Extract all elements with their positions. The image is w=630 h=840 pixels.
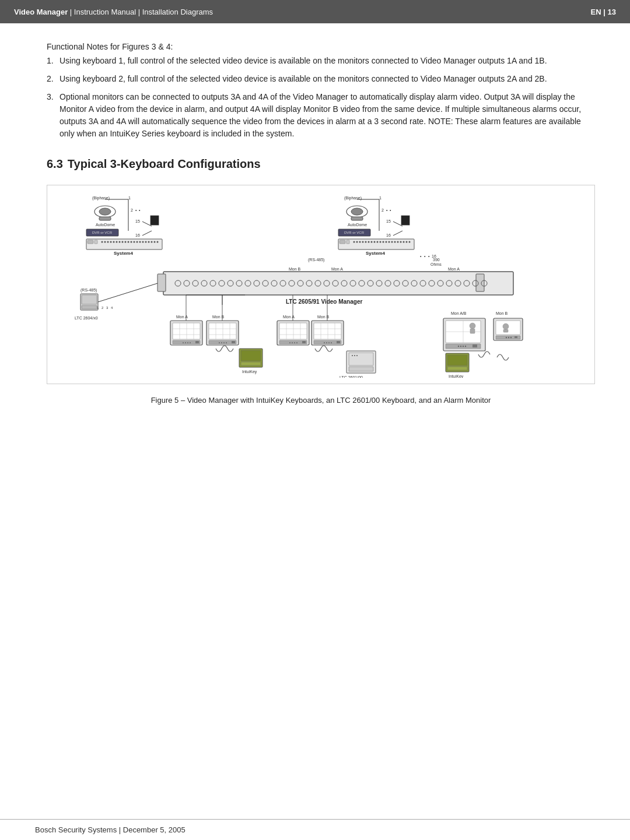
- main-content: Functional Notes for Figures 3 & 4: 1. U…: [0, 23, 630, 445]
- svg-rect-97: [476, 274, 484, 291]
- svg-point-197: [326, 342, 327, 343]
- svg-text:2: 2: [102, 306, 104, 310]
- svg-point-79: [400, 241, 402, 243]
- svg-text:IntuiKey: IntuiKey: [449, 374, 464, 378]
- svg-text:(RS-485): (RS-485): [80, 288, 97, 293]
- svg-point-170: [223, 342, 225, 343]
- svg-rect-223: [514, 336, 517, 338]
- svg-rect-213: [473, 345, 477, 347]
- svg-text:LTC 2604/x0: LTC 2604/x0: [75, 316, 98, 320]
- svg-point-71: [377, 241, 379, 243]
- svg-text:AutoDome: AutoDome: [96, 223, 115, 227]
- svg-point-235: [352, 355, 353, 356]
- svg-rect-233: [349, 353, 373, 365]
- svg-point-81: [406, 241, 408, 243]
- svg-point-211: [463, 346, 464, 347]
- list-item-text: Using keyboard 2, full control of the se…: [60, 73, 595, 85]
- svg-point-222: [510, 337, 512, 338]
- svg-point-26: [116, 241, 118, 243]
- svg-rect-46: [351, 217, 363, 220]
- header-product: Video Manager: [14, 8, 68, 16]
- svg-point-69: [371, 241, 373, 243]
- svg-point-185: [296, 342, 298, 343]
- svg-point-28: [122, 241, 124, 243]
- svg-rect-4: [99, 217, 111, 220]
- svg-point-156: [187, 342, 188, 343]
- svg-point-155: [185, 342, 186, 343]
- diagram-container: (Biphase) 1 AutoDome DVR or VCR 2 • • 15: [47, 185, 595, 384]
- svg-point-210: [460, 346, 461, 347]
- page-header: Video Manager | Instruction Manual | Ins…: [0, 0, 630, 23]
- svg-text:Mon B: Mon B: [317, 315, 330, 319]
- svg-text:390: 390: [433, 258, 440, 262]
- svg-text:AutoDome: AutoDome: [348, 223, 367, 227]
- svg-text:Mon A: Mon A: [331, 267, 343, 271]
- svg-text:Ohms: Ohms: [430, 262, 442, 266]
- svg-point-154: [183, 342, 184, 343]
- svg-point-70: [374, 241, 376, 243]
- svg-point-65: [359, 241, 361, 243]
- svg-text:Mon A/B: Mon A/B: [451, 311, 467, 315]
- svg-point-64: [356, 241, 358, 243]
- svg-text:•: •: [135, 208, 137, 212]
- svg-text:2: 2: [382, 208, 384, 212]
- svg-point-36: [145, 241, 147, 243]
- list-item-num: 2.: [47, 73, 60, 85]
- svg-text:DVR or VCR: DVR or VCR: [92, 231, 113, 234]
- svg-rect-189: [314, 323, 341, 339]
- svg-rect-172: [232, 341, 235, 343]
- svg-point-45: [351, 208, 363, 215]
- svg-text:System4: System4: [366, 251, 385, 256]
- svg-point-31: [131, 241, 132, 243]
- list-item-num: 3.: [47, 91, 60, 140]
- svg-rect-186: [302, 341, 306, 343]
- svg-rect-96: [158, 274, 166, 291]
- svg-text:Mon A: Mon A: [448, 267, 460, 271]
- svg-text:1: 1: [128, 196, 131, 200]
- svg-point-30: [128, 241, 130, 243]
- svg-rect-226: [241, 362, 261, 365]
- svg-rect-234: [349, 367, 373, 371]
- svg-text:•: •: [390, 208, 391, 212]
- page-footer: Bosch Security Systems | December 5, 200…: [0, 819, 630, 840]
- section-number: 6.3: [47, 157, 63, 170]
- svg-point-198: [328, 342, 330, 343]
- svg-rect-20: [94, 240, 97, 244]
- section-title: Typical 3‑Keyboard Configurations: [68, 157, 261, 170]
- svg-rect-207: [470, 329, 475, 333]
- svg-text:•: •: [428, 254, 430, 258]
- svg-rect-175: [279, 323, 307, 339]
- svg-point-23: [107, 241, 109, 243]
- svg-text:(RS-485): (RS-485): [308, 258, 324, 262]
- svg-rect-218: [503, 329, 508, 332]
- svg-point-168: [219, 342, 220, 343]
- svg-text:15: 15: [135, 219, 140, 223]
- svg-text:1: 1: [379, 196, 382, 200]
- header-section: | Instruction Manual | Installation Diag…: [68, 8, 213, 16]
- svg-line-144: [98, 283, 158, 302]
- svg-text:16: 16: [135, 233, 140, 237]
- svg-point-169: [221, 342, 222, 343]
- figure-caption: Figure 5 – Video Manager with IntuiKey K…: [47, 396, 595, 405]
- svg-point-184: [294, 342, 295, 343]
- svg-text:Mon B: Mon B: [496, 311, 508, 315]
- svg-text:15: 15: [386, 219, 391, 223]
- svg-rect-57: [401, 216, 410, 225]
- svg-rect-230: [447, 367, 467, 370]
- diagram-svg: (Biphase) 1 AutoDome DVR or VCR 2 • • 15: [70, 191, 572, 378]
- svg-point-68: [368, 241, 370, 243]
- svg-text:16: 16: [386, 233, 391, 237]
- svg-point-76: [391, 241, 393, 243]
- functional-notes-section: Functional Notes for Figures 3 & 4: 1. U…: [47, 42, 595, 140]
- svg-line-56: [393, 222, 402, 226]
- footer-text: Bosch Security Systems | December 5, 200…: [35, 825, 186, 834]
- svg-text:•: •: [420, 254, 422, 258]
- svg-point-39: [154, 241, 156, 243]
- svg-point-3: [99, 208, 111, 215]
- svg-text:Mon B: Mon B: [289, 267, 301, 271]
- svg-text:Mon B: Mon B: [212, 315, 225, 319]
- svg-point-38: [151, 241, 153, 243]
- svg-point-237: [356, 355, 358, 356]
- svg-rect-60: [338, 239, 414, 249]
- svg-point-66: [362, 241, 364, 243]
